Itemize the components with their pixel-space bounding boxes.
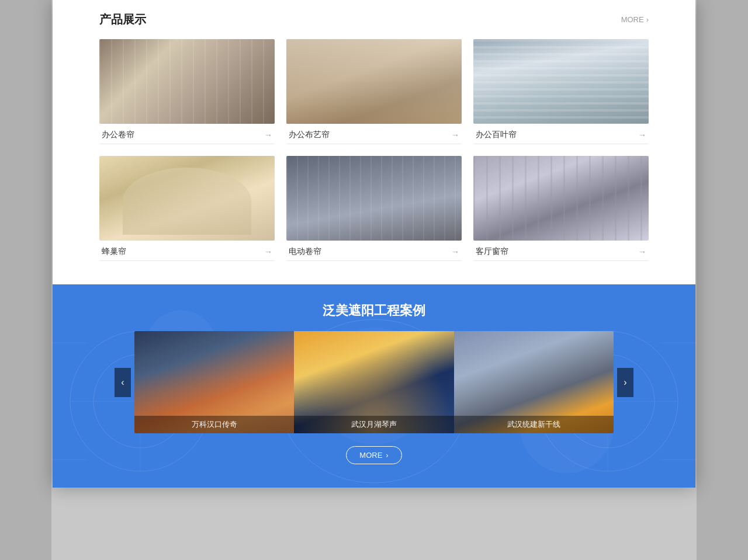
- product-name-5: 客厅窗帘: [476, 246, 508, 257]
- products-section: 产品展示 MORE › 办公卷帘 → 办公布艺帘 → 办公百叶帘 → 蜂巢帘 →: [53, 0, 695, 284]
- product-image-1: [286, 39, 462, 124]
- product-label-5: 客厅窗帘 →: [473, 241, 649, 261]
- product-image-3: [99, 156, 275, 241]
- cases-more-container: MORE ›: [53, 446, 695, 464]
- product-arrow-1: →: [451, 130, 459, 140]
- product-card-2[interactable]: 办公百叶帘 →: [473, 39, 649, 144]
- carousel-next-button[interactable]: ›: [617, 368, 633, 397]
- product-card-1[interactable]: 办公布艺帘 →: [286, 39, 462, 144]
- products-more-link[interactable]: MORE ›: [621, 15, 649, 24]
- carousel-prev-button[interactable]: ‹: [115, 368, 131, 397]
- product-card-5[interactable]: 客厅窗帘 →: [473, 156, 649, 261]
- product-label-0: 办公卷帘 →: [99, 124, 275, 144]
- product-image-5: [473, 156, 649, 241]
- carousel-inner: 万科汉口传奇 武汉月湖琴声 武汉统建新干线: [134, 331, 614, 433]
- products-header: 产品展示 MORE ›: [99, 12, 649, 27]
- product-arrow-5: →: [638, 247, 646, 256]
- product-arrow-2: →: [638, 130, 646, 140]
- product-arrow-3: →: [264, 247, 272, 256]
- products-title: 产品展示: [99, 12, 146, 27]
- product-card-3[interactable]: 蜂巢帘 →: [99, 156, 275, 261]
- product-label-4: 电动卷帘 →: [286, 241, 462, 261]
- case-caption-2: 武汉统建新干线: [454, 416, 614, 433]
- product-image-4: [286, 156, 462, 241]
- case-item-1[interactable]: 武汉月湖琴声: [294, 331, 453, 433]
- product-name-2: 办公百叶帘: [476, 130, 517, 140]
- product-label-1: 办公布艺帘 →: [286, 124, 462, 144]
- product-arrow-0: →: [264, 130, 272, 140]
- cases-section: 泛美遮阳工程案例 ‹ 万科汉口传奇 武汉月湖琴声 武汉统建新干线 › MORE …: [53, 284, 695, 488]
- product-label-2: 办公百叶帘 →: [473, 124, 649, 144]
- product-image-0: [99, 39, 275, 124]
- product-card-4[interactable]: 电动卷帘 →: [286, 156, 462, 261]
- cases-more-button[interactable]: MORE ›: [346, 446, 401, 464]
- product-card-0[interactable]: 办公卷帘 →: [99, 39, 275, 144]
- product-name-0: 办公卷帘: [102, 130, 134, 140]
- product-label-3: 蜂巢帘 →: [99, 241, 275, 261]
- cases-carousel: ‹ 万科汉口传奇 武汉月湖琴声 武汉统建新干线 ›: [134, 331, 614, 433]
- product-name-3: 蜂巢帘: [102, 246, 126, 257]
- product-image-2: [473, 39, 649, 124]
- product-arrow-4: →: [451, 247, 459, 256]
- products-grid: 办公卷帘 → 办公布艺帘 → 办公百叶帘 → 蜂巢帘 → 电动卷帘 → 客厅窗帘…: [99, 39, 649, 261]
- case-caption-1: 武汉月湖琴声: [294, 416, 453, 433]
- product-name-4: 电动卷帘: [289, 246, 321, 257]
- cases-title: 泛美遮阳工程案例: [53, 302, 695, 319]
- case-item-2[interactable]: 武汉统建新干线: [454, 331, 614, 433]
- product-name-1: 办公布艺帘: [289, 130, 330, 140]
- case-caption-0: 万科汉口传奇: [134, 416, 294, 433]
- case-item-0[interactable]: 万科汉口传奇: [134, 331, 294, 433]
